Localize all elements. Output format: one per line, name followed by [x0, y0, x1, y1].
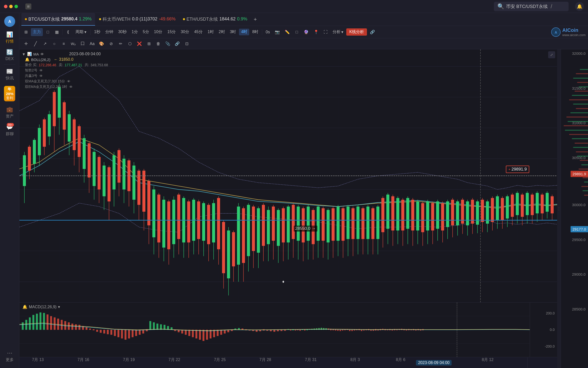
- svg-rect-314: [295, 330, 296, 331]
- annotation-28550-text: 28550.0 →: [294, 226, 317, 232]
- draw-hex[interactable]: ⬡: [126, 40, 134, 48]
- period-1s[interactable]: 1秒: [92, 29, 102, 35]
- toolbar-bar-btn[interactable]: ▦: [53, 28, 61, 36]
- svg-rect-47: [103, 166, 106, 196]
- ma-cross-eye[interactable]: 👁: [67, 79, 70, 83]
- toolbar-rect-btn[interactable]: □: [293, 28, 301, 36]
- aicoin-brand-text: AICoin: [562, 27, 586, 33]
- svg-rect-205: [496, 196, 499, 220]
- svg-rect-17: [28, 147, 31, 171]
- draw-pencil[interactable]: ✏: [117, 40, 124, 48]
- draw-eraser[interactable]: ⊘: [107, 40, 115, 48]
- toolbar-chart-icon[interactable]: ⊞: [22, 28, 30, 36]
- promo-line2: 套利: [6, 96, 13, 100]
- svg-rect-65: [147, 181, 150, 225]
- svg-rect-242: [43, 313, 45, 330]
- time-jul16: 7月 16: [77, 357, 89, 363]
- chart-expand-btn[interactable]: ⤢: [548, 51, 555, 58]
- main-chart-canvas[interactable]: ▼ 📊 MA 👁 🔔 BOLL(26,2) ← 31850.0: [19, 49, 557, 302]
- promo-banner[interactable]: 年28% 套利: [4, 86, 15, 101]
- toolbar-expand-btn[interactable]: ⛶: [322, 28, 330, 36]
- toolbar-draw-btn[interactable]: ✏️: [283, 28, 292, 36]
- draw-trash[interactable]: 🗑: [154, 40, 162, 48]
- sidebar-item-assets[interactable]: 💼 资产: [0, 104, 19, 122]
- tab-ethusdt-label: ETH/USDT永续: [186, 16, 218, 22]
- draw-ray[interactable]: ↗: [41, 40, 49, 48]
- tab-add-button[interactable]: +: [251, 15, 259, 23]
- minimize-button[interactable]: [9, 5, 13, 8]
- period-min[interactable]: 分钟: [103, 29, 115, 35]
- tab-ethusdt[interactable]: ETH/USDT永续 1844.62 0.9%: [179, 13, 251, 26]
- svg-rect-217: [526, 193, 529, 215]
- draw-box[interactable]: ⊞: [145, 40, 153, 48]
- svg-rect-113: [267, 210, 270, 244]
- collapse-icon[interactable]: ▼: [22, 52, 26, 56]
- draw-wave[interactable]: W₃: [69, 40, 77, 48]
- sidebar-item-group[interactable]: 💬 99+ 群聊: [0, 122, 19, 139]
- search-suffix: /: [551, 3, 552, 10]
- ema-cross-eye[interactable]: 👁: [69, 85, 73, 89]
- toolbar-lock-btn[interactable]: 🔮: [302, 28, 311, 36]
- sidebar-item-more[interactable]: ⋯ 更多: [0, 347, 19, 365]
- toolbar-screenshot-btn[interactable]: 📷: [273, 28, 282, 36]
- period-15m[interactable]: 15分: [165, 29, 178, 35]
- svg-rect-262: [114, 330, 116, 336]
- draw-text[interactable]: Aa: [88, 40, 96, 48]
- tab-eth[interactable]: 科太币/WETH 0.0 (11)3702 -49.66%: [96, 13, 179, 26]
- draw-cross[interactable]: ❌: [135, 40, 143, 48]
- draw-link[interactable]: 📎: [164, 40, 172, 48]
- draw-rect[interactable]: 囗: [79, 40, 87, 48]
- svg-rect-236: [22, 322, 24, 330]
- search-bar[interactable]: 🔍 币安 BTC/USDT永续 /: [494, 2, 569, 11]
- toolbar-candle-btn[interactable]: □: [44, 28, 52, 36]
- period-3h[interactable]: 3时: [228, 29, 238, 35]
- macd-label: 🔔 MACD(12,26,9) ▾: [22, 305, 60, 309]
- macd-chevron[interactable]: ▾: [58, 305, 60, 309]
- traffic-lights: [4, 5, 18, 8]
- period-1h[interactable]: 1时: [206, 29, 216, 35]
- toolbar-share-btn[interactable]: 🔗: [368, 28, 377, 36]
- svg-rect-223: [541, 195, 544, 214]
- svg-rect-257: [96, 330, 98, 332]
- svg-rect-219: [531, 195, 534, 215]
- toolbar-pin-btn[interactable]: 📍: [312, 28, 321, 36]
- close-button[interactable]: [4, 5, 7, 8]
- tab-btc[interactable]: BTC/USDT永续 29580.4 1.29%: [21, 13, 95, 26]
- svg-rect-255: [89, 329, 91, 330]
- draw-circle[interactable]: ○: [50, 40, 58, 48]
- sidebar-item-dex[interactable]: 🔄 DEX: [0, 47, 19, 63]
- gong3-label: 共赢3号: [25, 74, 37, 78]
- period-4h[interactable]: 4时: [239, 29, 249, 35]
- draw-grid[interactable]: ⊡: [183, 40, 191, 48]
- toolbar-kline-btn[interactable]: K线分析: [346, 28, 367, 36]
- period-2h[interactable]: 2时: [217, 29, 227, 35]
- gong3-eye[interactable]: 👁: [39, 74, 43, 78]
- period-30m[interactable]: 30分: [179, 29, 191, 35]
- period-8h[interactable]: 8时: [250, 29, 260, 35]
- draw-cursor[interactable]: ✛: [22, 40, 30, 48]
- period-30s[interactable]: 30秒: [116, 29, 129, 35]
- toolbar-main-btn[interactable]: 主力: [31, 28, 43, 36]
- draw-chain[interactable]: 🔗: [173, 40, 181, 48]
- notification-bell[interactable]: 🔔: [575, 2, 584, 11]
- draw-brush[interactable]: 🎨: [98, 40, 106, 48]
- draw-line[interactable]: ╱: [31, 40, 39, 48]
- fullscreen-button[interactable]: [14, 5, 18, 8]
- sidebar-item-flash[interactable]: 📰 快讯: [0, 66, 19, 83]
- toolbar-analysis-btn[interactable]: 分析▾: [331, 28, 345, 36]
- eye-icon[interactable]: 👁: [40, 52, 44, 56]
- sidebar-logo[interactable]: A: [4, 16, 15, 27]
- toolbar-period-btn[interactable]: 周期 ▾: [73, 28, 89, 36]
- toolbar-back-btn[interactable]: ⟪: [64, 28, 72, 36]
- draw-hline[interactable]: ≡: [60, 40, 68, 48]
- resize-handle[interactable]: ⋮: [557, 49, 561, 368]
- sidebar-item-market[interactable]: 📊 行情: [0, 29, 19, 47]
- smart2-eye[interactable]: 👁: [39, 68, 43, 72]
- period-45m[interactable]: 45分: [192, 29, 205, 35]
- period-5m[interactable]: 5分: [141, 29, 151, 35]
- period-10m[interactable]: 10分: [152, 29, 165, 35]
- svg-rect-288: [206, 330, 208, 340]
- svg-rect-89: [207, 205, 210, 244]
- period-1m[interactable]: 1分: [130, 29, 140, 35]
- toolbar-0s-btn[interactable]: 0s: [264, 28, 272, 36]
